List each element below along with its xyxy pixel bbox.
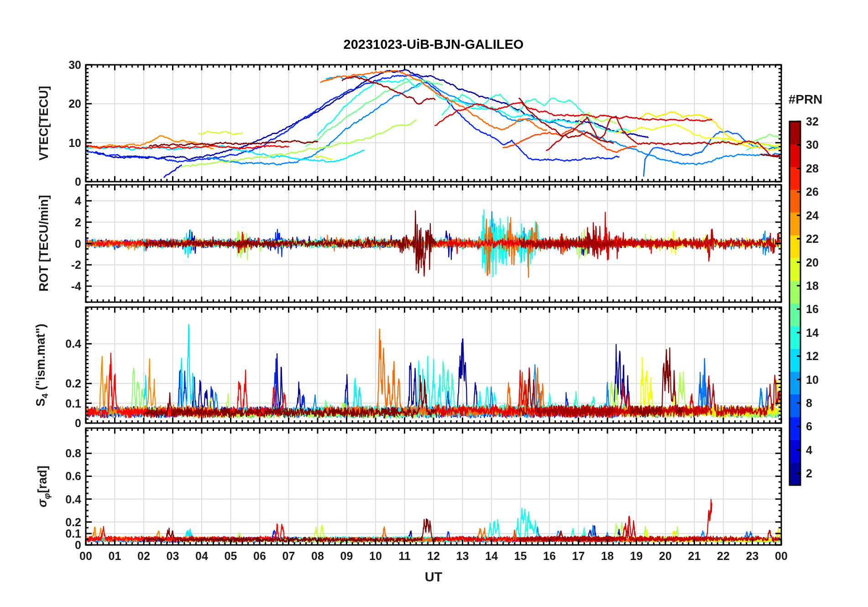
x-tick-label: 11 <box>398 549 410 563</box>
ylabel-s4-post: ("ism.mat") <box>34 324 47 393</box>
x-tick-label: 07 <box>282 549 295 563</box>
x-tick-label: 18 <box>601 549 614 563</box>
x-tick-label: 15 <box>514 549 527 563</box>
colorbar-tick-label: 22 <box>806 232 819 246</box>
colorbar-tick-label: 2 <box>806 467 812 480</box>
ylabel-rot: ROT [TECU/min] <box>37 195 51 291</box>
x-tick-label: 05 <box>225 549 237 563</box>
y-tick-label-sigma_phi: 0 <box>75 539 81 552</box>
colorbar-tick-label: 14 <box>806 326 819 339</box>
y-tick-label-rot: 2 <box>75 215 81 229</box>
y-tick-label-sigma_phi: 0.6 <box>65 470 81 483</box>
chart-title: 20231023-UiB-BJN-GALILEO <box>344 37 524 52</box>
y-tick-label-s4: 0.1 <box>65 397 81 410</box>
colorbar-tick-label: 32 <box>806 115 819 128</box>
figure: 20231023-UiB-BJN-GALILEO VTEC[TECU] ROT … <box>0 0 868 607</box>
x-tick-label: 09 <box>340 549 353 563</box>
panel-sigmaphi <box>86 428 781 545</box>
x-tick-label: 20 <box>659 549 672 563</box>
x-tick-label: 19 <box>630 549 643 563</box>
x-axis-label: UT <box>425 570 443 585</box>
x-tick-label: 03 <box>167 549 179 563</box>
ylabel-s4: S4 ("ism.mat") <box>34 324 50 407</box>
y-tick-label-rot: 4 <box>75 194 81 208</box>
colorbar <box>790 121 800 485</box>
panel-vtec <box>86 65 781 182</box>
colorbar-tick-label: 16 <box>806 303 819 316</box>
ylabel-sigmaphi: σφ[rad] <box>36 466 52 507</box>
y-tick-label-s4: 0.4 <box>65 337 81 351</box>
y-tick-label-rot: -2 <box>71 258 81 272</box>
y-tick-label-rot: 0 <box>75 237 81 250</box>
colorbar-title: #PRN <box>789 92 823 107</box>
colorbar-tick-label: 10 <box>806 373 819 386</box>
colorbar-tick-label: 4 <box>806 443 812 456</box>
x-tick-label: 21 <box>688 549 701 563</box>
y-tick-label-s4: 0.2 <box>65 377 81 390</box>
y-tick-label-s4: 0 <box>75 417 81 430</box>
y-tick-label-vtec: 10 <box>68 136 81 149</box>
panel-rot <box>86 185 781 302</box>
ylabel-s4-pre: S <box>34 398 47 407</box>
ylabel-s4-sub: 4 <box>40 393 50 398</box>
y-tick-label-rot: -4 <box>71 279 81 293</box>
x-tick-label: 12 <box>427 549 440 563</box>
y-tick-label-vtec: 30 <box>68 58 81 72</box>
colorbar-tick-label: 28 <box>806 162 819 175</box>
colorbar-tick-label: 26 <box>806 185 819 199</box>
x-tick-label: 08 <box>311 549 324 563</box>
ylabel-vtec: VTEC[TECU] <box>37 86 51 161</box>
x-tick-label: 16 <box>543 549 556 563</box>
colorbar-tick-label: 30 <box>806 138 819 152</box>
panel-s4 <box>86 307 781 423</box>
colorbar-tick-label: 12 <box>806 350 819 363</box>
y-tick-label-sigma_phi: 0.4 <box>65 492 81 506</box>
x-tick-label: 01 <box>109 549 121 563</box>
y-tick-label-sigma_phi: 0.8 <box>65 447 81 460</box>
x-tick-label: 06 <box>253 549 266 563</box>
x-tick-label: 14 <box>485 549 498 563</box>
ylabel-sigmaphi-post: [rad] <box>36 466 49 493</box>
y-tick-label-sigma_phi: 0.2 <box>65 515 81 529</box>
ylabel-sigmaphi-sub: φ <box>42 493 52 499</box>
y-tick-label-sigma_phi: 0.1 <box>65 527 81 540</box>
colorbar-tick-label: 8 <box>806 397 812 410</box>
ylabel-sigmaphi-pre: σ <box>36 499 49 508</box>
colorbar-tick-label: 24 <box>806 209 819 222</box>
y-tick-label-vtec: 0 <box>75 175 81 188</box>
x-tick-label: 02 <box>137 549 150 563</box>
x-tick-label: 22 <box>717 549 730 563</box>
x-tick-label: 00 <box>79 549 92 563</box>
x-tick-label: 10 <box>369 549 382 563</box>
x-tick-label: 17 <box>572 549 585 563</box>
colorbar-tick-label: 20 <box>806 256 819 269</box>
x-tick-label: 13 <box>456 549 469 563</box>
x-tick-label: 23 <box>746 549 759 563</box>
colorbar-tick-label: 18 <box>806 279 819 292</box>
x-tick-label: 04 <box>195 549 208 563</box>
colorbar-tick-label: 6 <box>806 420 812 433</box>
x-tick-label: 00 <box>775 549 788 563</box>
y-tick-label-vtec: 20 <box>68 97 81 110</box>
